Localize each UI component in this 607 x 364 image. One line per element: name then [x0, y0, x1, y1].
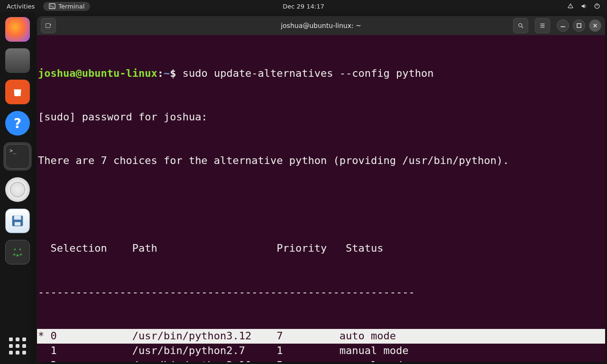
- prompt-separator: :: [157, 67, 164, 79]
- shopping-bag-icon: [11, 86, 24, 98]
- save-icon: [10, 214, 25, 228]
- svg-rect-11: [577, 24, 581, 27]
- alternatives-row: 2 /usr/bin/python3.10 5 manual mode: [37, 358, 605, 362]
- recycle-icon: [11, 246, 24, 258]
- maximize-button[interactable]: [573, 19, 585, 32]
- sudo-password-line: [sudo] password for joshua:: [37, 110, 605, 125]
- terminal-viewport[interactable]: joshua@ubuntu-linux:~$ sudo update-alter…: [37, 35, 605, 362]
- svg-rect-7: [46, 24, 50, 28]
- terminal-icon: [49, 3, 55, 9]
- table-divider: ----------------------------------------…: [37, 285, 605, 300]
- close-button[interactable]: [589, 19, 601, 32]
- search-icon: [517, 22, 524, 29]
- network-icon[interactable]: [567, 3, 574, 9]
- prompt-dollar: $: [170, 67, 176, 79]
- window-titlebar: joshua@ubuntu-linux: ~: [37, 16, 605, 35]
- dock-trash[interactable]: [5, 240, 30, 264]
- maximize-icon: [576, 22, 582, 29]
- svg-line-9: [522, 27, 524, 28]
- dock-help[interactable]: ?: [5, 111, 30, 136]
- svg-point-1: [570, 5, 571, 6]
- dock-files[interactable]: [5, 48, 30, 73]
- dock-text-editor[interactable]: [5, 209, 30, 233]
- hamburger-icon: [539, 22, 546, 29]
- app-menu-label: Terminal: [58, 3, 84, 10]
- svg-rect-6: [15, 222, 21, 226]
- prompt-user: joshua@ubuntu-linux: [38, 67, 157, 79]
- volume-icon[interactable]: [580, 3, 587, 9]
- minimize-button[interactable]: [557, 19, 569, 32]
- svg-rect-0: [49, 4, 55, 9]
- alternatives-row: 1 /usr/bin/python2.7 1 manual mode: [37, 344, 605, 358]
- power-icon[interactable]: [594, 3, 600, 9]
- search-button[interactable]: [513, 18, 528, 33]
- close-icon: [592, 22, 598, 29]
- gnome-top-bar: Activities Terminal Dec 29 14:17: [0, 0, 607, 12]
- hamburger-menu-button[interactable]: [535, 18, 550, 33]
- window-title: joshua@ubuntu-linux: ~: [281, 22, 361, 29]
- terminal-icon: [5, 144, 30, 169]
- minimize-icon: [560, 22, 566, 29]
- ubuntu-dock: ?: [0, 12, 35, 364]
- dock-software[interactable]: [5, 80, 30, 104]
- show-applications-button[interactable]: [9, 337, 26, 355]
- app-menu-button[interactable]: Terminal: [43, 2, 90, 11]
- terminal-window: joshua@ubuntu-linux: ~ j: [37, 16, 605, 362]
- new-tab-button[interactable]: [41, 18, 56, 33]
- dock-disc[interactable]: [5, 177, 30, 202]
- svg-rect-5: [14, 216, 21, 220]
- command-text: sudo update-alternatives --config python: [183, 67, 434, 79]
- table-header: Selection Path Priority Status: [37, 241, 605, 256]
- svg-point-8: [519, 24, 522, 27]
- activities-button[interactable]: Activities: [7, 3, 35, 10]
- clock[interactable]: Dec 29 14:17: [283, 3, 324, 10]
- intro-line: There are 7 choices for the alternative …: [37, 154, 605, 168]
- alternatives-row: * 0 /usr/bin/python3.12 7 auto mode: [37, 329, 605, 344]
- dock-terminal-active[interactable]: [3, 142, 32, 171]
- prompt-path: ~: [164, 67, 170, 79]
- new-tab-icon: [45, 22, 52, 29]
- dock-firefox[interactable]: [5, 17, 30, 42]
